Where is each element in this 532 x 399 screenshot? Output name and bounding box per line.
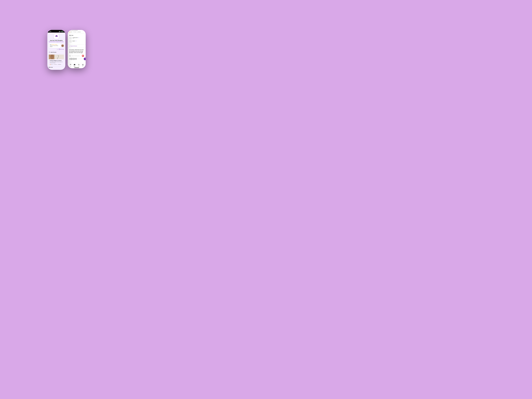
duration-stat: ⏱ 45 mins — [54, 64, 57, 65]
workout-stats-right: 🔥 413cal ⏱ 45 mins ⊕ Beginner — [69, 32, 84, 32]
expand-label: Expand All Routine — [71, 46, 77, 46]
svg-point-0 — [56, 36, 57, 36]
jane-nav-icon — [70, 64, 71, 66]
more-nav-icon — [82, 64, 84, 66]
more-nav-label: More — [82, 66, 83, 66]
calories-stat: 🔥 413cal — [50, 64, 53, 65]
wifi-icon: ◷ — [60, 31, 61, 32]
stop-recording-button[interactable] — [82, 55, 84, 57]
chat-text-prefix: What — [50, 44, 52, 45]
user-avatar — [61, 44, 64, 47]
chat-area-right: I'm curious, what food can have for brea… — [68, 48, 86, 63]
exercise-info-burpee: Burpee x3 x15 — [73, 41, 84, 42]
nav-item-more[interactable]: More — [82, 64, 84, 66]
speech-label: Speech & Text Recognistion — [72, 56, 80, 56]
screen-right: get your blood pumping right. 🔥 413cal ⏱… — [68, 30, 86, 68]
lvl-val-right: Beginner — [78, 32, 81, 32]
warm-ups-section-left: Warm Ups — [49, 67, 64, 70]
right-scroll-top: get your blood pumping right. 🔥 413cal ⏱… — [68, 30, 86, 34]
phone-right: get your blood pumping right. 🔥 413cal ⏱… — [68, 30, 86, 68]
stop-icon — [82, 55, 83, 56]
expand-icon: ⤢ — [69, 45, 70, 47]
battery-icon — [61, 31, 63, 32]
chat-bubble-wrap: What workout routines should I do to los… — [49, 43, 64, 48]
exercise-thumb-burpee — [69, 40, 72, 43]
svg-point-14 — [74, 64, 75, 65]
lvl-stat-right: ⊕ Beginner — [77, 32, 81, 32]
svg-marker-12 — [74, 65, 74, 65]
mic-icon — [84, 58, 86, 59]
switch-results-button[interactable]: Switch Results — [49, 51, 64, 54]
duration-value: 45 mins — [55, 64, 57, 65]
habits-nav-label: Habits — [78, 66, 80, 66]
nav-item-jane[interactable]: Jane — [70, 64, 71, 66]
phone-left: 9:41 ◷ — [47, 30, 65, 70]
app-icon-wrap — [49, 34, 64, 39]
speech-left: Speech & Text Recognistion — [69, 55, 80, 57]
svg-rect-17 — [83, 64, 83, 64]
svg-point-8 — [70, 56, 70, 56]
workout-image — [49, 55, 64, 59]
svg-point-15 — [75, 64, 75, 65]
expand-all-routine-button[interactable]: ⤢ Expand All Routine — [68, 44, 86, 48]
exercise-row-jumping-jacks: Jumping Jacks x1 x100 — [69, 37, 84, 39]
exercise-info-jumping-jacks: Jumping Jacks x1 x100 — [73, 37, 84, 39]
home-indicator — [74, 67, 79, 68]
workout-stats: 🔥 413cal ⏱ 45 mins ⊕ Beginner — [50, 64, 63, 65]
cal-val-right: 413cal — [70, 32, 72, 32]
screen-left: Jane has some thoughts! Tap Switch Resul… — [47, 32, 65, 70]
speech-waves-icon — [69, 55, 71, 57]
greeting-suffix: to change the AI prompts. — [55, 41, 64, 42]
app-icon — [54, 34, 59, 39]
chat-highlight: workout routines — [52, 44, 57, 45]
chats-icon — [74, 64, 75, 66]
question-text: I'm curious, what food can have for brea… — [69, 49, 84, 53]
exercise-badge-jumping-jacks: x1 — [78, 37, 79, 38]
greeting-prefix: Tap — [49, 41, 50, 42]
exercise-badge-burpee: x3 — [76, 41, 76, 41]
svg-rect-19 — [83, 65, 83, 65]
mic-button[interactable] — [84, 58, 86, 60]
dur-val-right: 45 mins — [74, 32, 76, 32]
exercise-thumb-jumping-jacks — [69, 37, 72, 39]
level-value: Beginner — [59, 64, 61, 65]
time-display: 9:41 — [49, 31, 51, 32]
chat-date: Jane — [57, 49, 58, 50]
svg-rect-16 — [82, 64, 82, 64]
habits-nav-icon — [78, 64, 80, 66]
chats-nav-icon — [74, 64, 75, 66]
exercise-count-burpee: x15 — [73, 41, 84, 42]
workout-description: This would help tone your body, and get … — [50, 62, 63, 63]
nav-item-habits[interactable]: Habits — [78, 64, 80, 66]
greeting-subtitle: Tap Switch Result to change the AI promp… — [49, 41, 64, 42]
warm-ups-title-right: Warm Ups — [69, 35, 84, 36]
waveform-active — [69, 58, 77, 60]
level-icon: ⊕ — [58, 64, 58, 65]
waveform-dots — [77, 59, 83, 59]
svg-rect-21 — [83, 65, 83, 65]
phones-container: 9:41 ◷ — [47, 30, 86, 70]
svg-rect-6 — [70, 56, 70, 56]
jane-icon — [70, 64, 71, 66]
greeting-highlight[interactable]: Switch Result — [50, 41, 55, 42]
nav-item-chats[interactable]: Chats — [74, 64, 75, 66]
svg-rect-18 — [82, 65, 83, 65]
clock-icon-right: ⏱ — [73, 32, 74, 32]
chat-meta: Jane ✎ Edit Prompt — [49, 49, 64, 50]
more-icon — [82, 64, 84, 66]
calories-value: 413cal — [51, 64, 53, 65]
svg-rect-5 — [69, 56, 70, 56]
status-icons: ◷ — [59, 31, 63, 32]
exercise-count-jumping-jacks: x100 — [73, 38, 84, 39]
jane-nav-label: Jane — [70, 66, 71, 66]
exercise-row-burpee: Burpee x3 x15 — [69, 40, 84, 43]
speech-recognition-row: Speech & Text Recognistion — [69, 55, 84, 57]
habits-icon — [78, 64, 80, 66]
edit-prompt-button[interactable]: ✎ Edit Prompt — [59, 49, 64, 50]
svg-point-13 — [74, 64, 74, 65]
clock-icon: ⏱ — [54, 64, 54, 65]
level-stat: ⊕ Beginner — [58, 64, 61, 65]
flame-icon: 🔥 — [50, 64, 51, 65]
cal-stat-right: 🔥 413cal — [69, 32, 72, 32]
signal-bars-icon — [59, 31, 60, 32]
